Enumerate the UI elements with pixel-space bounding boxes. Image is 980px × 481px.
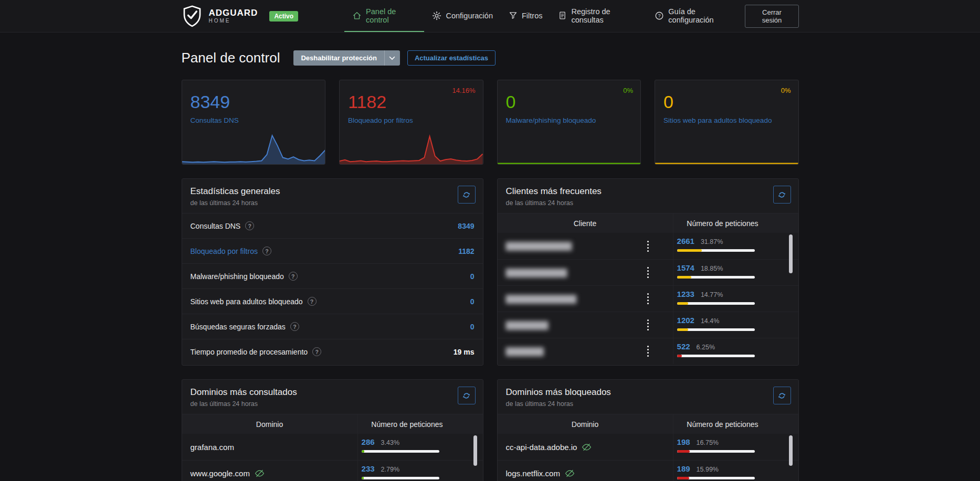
logout-button[interactable]: Cerrar sesión [745, 5, 798, 28]
progress-bar [677, 355, 755, 357]
client-name-redacted[interactable]: ███████████████ [506, 295, 576, 303]
stats-row-label: Búsquedas seguras forzadas [191, 323, 286, 331]
card-title: Dominios más consultados [191, 387, 475, 398]
main-nav: Panel de control Configuración Filtros [344, 0, 745, 32]
client-name-redacted[interactable]: █████████ [506, 321, 548, 329]
stats-row-label[interactable]: Bloqueado por filtros [191, 247, 258, 255]
stats-row-value: 8349 [458, 222, 474, 230]
domain-name[interactable]: cc-api-data.adobe.io [506, 443, 577, 452]
domain-row: grafana.com 2863.43% [182, 434, 483, 460]
domain-name[interactable]: logs.netflix.com [506, 469, 560, 478]
question-icon[interactable]: ? [290, 322, 299, 331]
stats-row-label: Malware/phishing bloqueado [191, 272, 284, 281]
stat-value: 0 [506, 92, 633, 112]
progress-bar [362, 450, 439, 453]
stats-row: Sitios web para adultos bloqueado? 0 [182, 288, 483, 314]
request-count[interactable]: 1233 [677, 290, 694, 298]
kebab-menu-icon[interactable] [645, 344, 651, 359]
question-icon[interactable]: ? [289, 272, 298, 281]
scrollbar-thumb[interactable] [473, 435, 477, 466]
card-subtitle: de las últimas 24 horas [506, 199, 790, 207]
request-percent: 14.4% [701, 317, 719, 325]
stat-label: Consultas DNS [191, 116, 317, 124]
progress-bar [362, 477, 439, 479]
column-header-domain: Dominio [498, 414, 673, 434]
kebab-menu-icon[interactable] [645, 265, 651, 280]
nav-item-configuracion[interactable]: Configuración [424, 0, 500, 32]
request-percent: 6.25% [697, 344, 715, 351]
disable-protection-caret-button[interactable] [384, 50, 400, 66]
refresh-button[interactable] [458, 387, 476, 404]
request-percent: 2.79% [381, 466, 399, 473]
refresh-icon [778, 191, 786, 199]
status-badge: Activo [269, 11, 298, 22]
progress-bar [677, 249, 755, 252]
refresh-button[interactable] [773, 186, 791, 204]
card-subtitle: de las últimas 24 horas [191, 400, 475, 408]
client-name-redacted[interactable]: ████████ [506, 347, 543, 356]
client-name-redacted[interactable]: ██████████████ [506, 242, 572, 250]
adguard-logo: ADGUARD HOME Activo [182, 0, 299, 32]
refresh-button[interactable] [773, 387, 791, 404]
nav-label: Registro de consultas [571, 7, 639, 24]
progress-fill [362, 450, 364, 453]
nav-item-guia-de-configuracion[interactable]: ? Guía de configuración [647, 0, 745, 32]
disable-protection-button[interactable]: Deshabilitar protección [293, 50, 384, 66]
refresh-button[interactable] [458, 186, 476, 204]
domain-name[interactable]: grafana.com [191, 443, 234, 452]
question-icon[interactable]: ? [308, 297, 317, 306]
stats-row-label: Consultas DNS [191, 222, 241, 230]
progress-fill [677, 355, 682, 357]
progress-bar [677, 477, 755, 479]
scrollbar-thumb[interactable] [789, 435, 793, 466]
stat-percent: 0% [623, 87, 633, 94]
request-count[interactable]: 1202 [677, 316, 694, 325]
nav-item-filtros[interactable]: Filtros [501, 0, 550, 32]
question-icon[interactable]: ? [245, 221, 254, 230]
client-row: █████████████ 157418.85% [498, 259, 798, 285]
eye-slash-icon[interactable] [565, 468, 575, 478]
request-count[interactable]: 1574 [677, 263, 694, 272]
kebab-menu-icon[interactable] [645, 317, 651, 333]
refresh-statistics-button[interactable]: Actualizar estadísticas [407, 50, 496, 66]
request-count[interactable]: 233 [362, 464, 375, 473]
progress-bar [677, 302, 755, 305]
scrollbar-thumb[interactable] [789, 234, 793, 273]
progress-bar [677, 276, 755, 279]
question-icon[interactable]: ? [262, 247, 271, 255]
nav-item-registro-de-consultas[interactable]: Registro de consultas [550, 0, 647, 32]
request-count[interactable]: 286 [362, 437, 375, 446]
top-blocked-domains-card: Dominios más bloqueados de las últimas 2… [497, 379, 799, 481]
brand-sub: HOME [209, 18, 258, 24]
nav-item-panel-de-control[interactable]: Panel de control [344, 0, 424, 32]
client-row: █████████ 120214.4% [498, 312, 798, 338]
brand-name: ADGUARD [209, 8, 258, 18]
domain-name[interactable]: www.google.com [191, 469, 250, 478]
nav-label: Filtros [522, 12, 542, 20]
eye-slash-icon[interactable] [582, 442, 592, 452]
request-percent: 3.43% [381, 439, 399, 446]
client-name-redacted[interactable]: █████████████ [506, 269, 567, 277]
progress-fill [677, 477, 690, 479]
kebab-menu-icon[interactable] [645, 239, 651, 254]
request-count[interactable]: 522 [677, 342, 690, 351]
stat-card-malware-blocked[interactable]: 0% 0 Malware/phishing bloqueado [497, 80, 641, 165]
nav-label: Guía de configuración [668, 7, 737, 24]
kebab-menu-icon[interactable] [645, 291, 651, 306]
stat-card-dns-queries[interactable]: 8349 Consultas DNS [182, 80, 326, 165]
request-count[interactable]: 2661 [677, 237, 694, 245]
disable-protection-split-button: Deshabilitar protección [293, 50, 399, 66]
request-count[interactable]: 189 [677, 464, 690, 473]
question-icon[interactable]: ? [312, 347, 321, 356]
eye-slash-icon[interactable] [255, 468, 265, 478]
stat-percent: 0% [781, 87, 791, 94]
gear-icon [432, 11, 441, 20]
request-percent: 14.77% [701, 291, 723, 298]
stats-row-label: Sitios web para adultos bloqueado [191, 297, 303, 306]
top-clients-card: Clientes más frecuentes de las últimas 2… [497, 178, 799, 366]
column-header-domain: Dominio [182, 414, 357, 434]
request-count[interactable]: 198 [677, 437, 690, 446]
stat-card-adult-sites-blocked[interactable]: 0% 0 Sitios web para adultos bloqueado [655, 80, 799, 165]
stat-card-blocked-by-filters[interactable]: 14.16% 1182 Bloqueado por filtros [339, 80, 483, 165]
request-percent: 16.75% [697, 439, 719, 446]
